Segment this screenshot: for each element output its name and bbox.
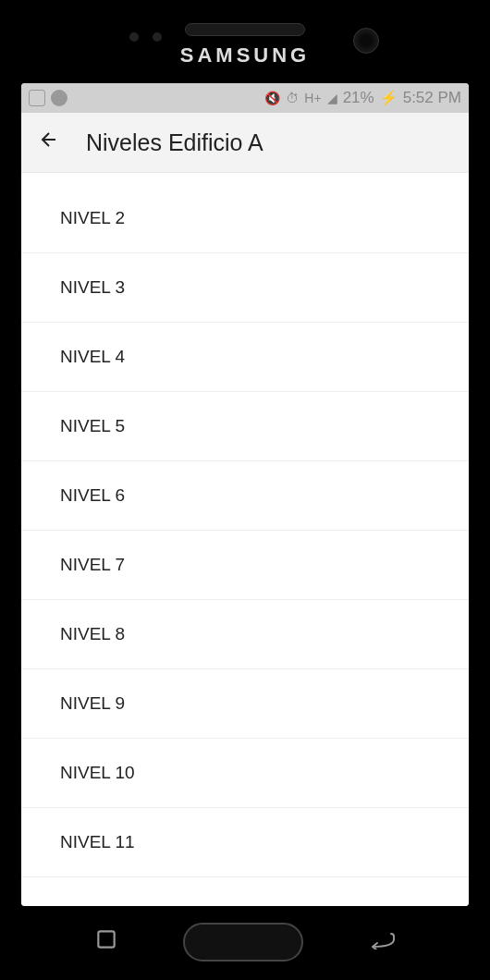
speaker <box>185 23 305 36</box>
signal-icon: ◢ <box>327 91 337 105</box>
alarm-icon: ⏱ <box>286 91 299 105</box>
mute-icon: 🔇 <box>264 91 280 105</box>
notification-icon <box>29 90 45 106</box>
list-item[interactable]: NIVEL 2 <box>21 173 469 253</box>
charging-icon: ⚡ <box>380 90 398 106</box>
screen: 🔇 ⏱ H+ ◢ 21% ⚡ 5:52 PM Niveles Edificio … <box>21 83 469 906</box>
time-text: 5:52 PM <box>403 89 461 107</box>
sensor-dot <box>129 32 139 42</box>
list-item[interactable]: NIVEL 4 <box>21 323 469 392</box>
list-item[interactable]: NIVEL 11 <box>21 808 469 877</box>
levels-list[interactable]: NIVEL 2 NIVEL 3 NIVEL 4 NIVEL 5 NIVEL 6 … <box>21 173 469 906</box>
home-button[interactable] <box>183 923 303 962</box>
camera <box>353 28 379 54</box>
list-item[interactable]: NIVEL 5 <box>21 392 469 461</box>
phone-frame: SAMSUNG 🔇 ⏱ H+ ◢ 21% ⚡ 5:52 PM <box>0 0 490 980</box>
status-bar: 🔇 ⏱ H+ ◢ 21% ⚡ 5:52 PM <box>21 83 469 113</box>
network-icon: H+ <box>304 91 321 105</box>
app-header: Niveles Edificio A <box>21 113 469 173</box>
samsung-logo: SAMSUNG <box>180 43 310 67</box>
list-item[interactable]: NIVEL 10 <box>21 739 469 808</box>
phone-top: SAMSUNG <box>0 23 490 67</box>
status-left <box>29 90 67 106</box>
status-right: 🔇 ⏱ H+ ◢ 21% ⚡ 5:52 PM <box>264 89 461 107</box>
sensor-dot <box>153 32 162 42</box>
battery-text: 21% <box>343 89 374 107</box>
list-item[interactable]: NIVEL 8 <box>21 600 469 669</box>
app-notification-icon <box>51 90 67 106</box>
recent-apps-icon[interactable] <box>94 927 118 957</box>
back-button[interactable] <box>38 129 60 157</box>
sensors <box>129 32 162 42</box>
list-item[interactable]: NIVEL 6 <box>21 461 469 531</box>
svg-rect-0 <box>98 931 114 947</box>
back-nav-icon[interactable] <box>368 929 396 955</box>
phone-bottom <box>0 923 490 962</box>
list-item[interactable]: NIVEL 9 <box>21 669 469 739</box>
list-item[interactable]: NIVEL 7 <box>21 531 469 600</box>
list-item[interactable]: NIVEL 3 <box>21 253 469 323</box>
page-title: Niveles Edificio A <box>86 129 263 156</box>
